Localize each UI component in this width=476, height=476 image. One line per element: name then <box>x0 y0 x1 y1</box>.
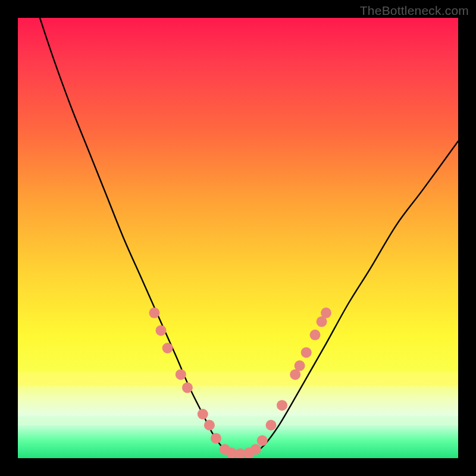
marker-dot <box>211 433 221 444</box>
marker-dot <box>321 308 331 318</box>
marker-dot <box>162 343 173 353</box>
marker-dot <box>182 383 193 393</box>
chart-svg <box>18 18 458 458</box>
bottleneck-curve-path <box>40 18 458 455</box>
marker-dot <box>301 347 312 358</box>
marker-dot <box>149 308 159 318</box>
marker-dot <box>156 325 167 336</box>
watermark-text: TheBottleneck.com <box>360 4 469 18</box>
bottleneck-curve <box>40 18 458 455</box>
plot-area <box>18 18 458 458</box>
marker-dot <box>266 420 277 431</box>
marker-dot <box>257 435 268 446</box>
marker-dot <box>176 369 186 380</box>
marker-dot <box>295 361 305 371</box>
marker-dot <box>250 444 261 455</box>
marker-dot <box>198 409 208 419</box>
marker-dot <box>204 420 215 431</box>
marker-dot <box>277 400 287 411</box>
chart-frame: TheBottleneck.com <box>0 0 476 476</box>
marker-dot <box>310 330 321 340</box>
